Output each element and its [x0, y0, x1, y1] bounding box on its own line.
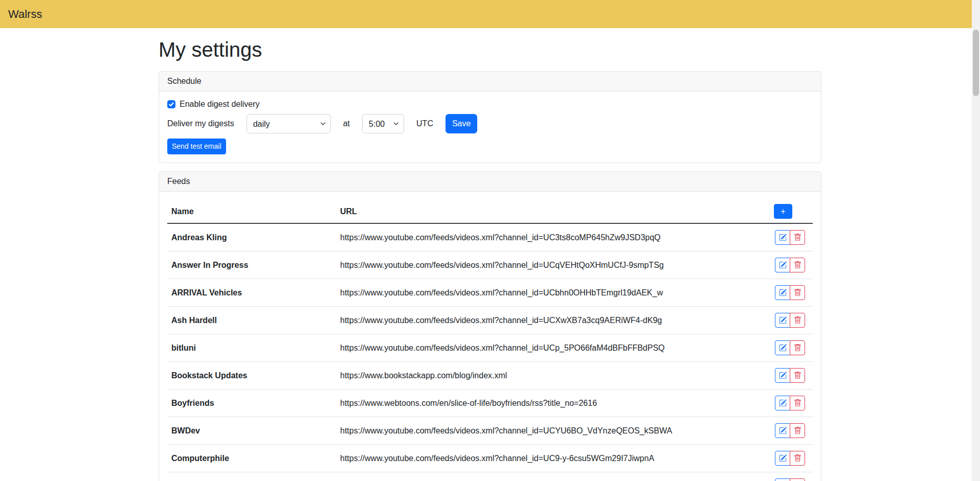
feed-action-group	[775, 313, 805, 328]
table-row: bitluni https://www.youtube.com/feeds/vi…	[167, 334, 813, 362]
delete-feed-button[interactable]	[790, 423, 805, 438]
delete-feed-button[interactable]	[790, 313, 805, 328]
time-select-wrap: 5:00	[362, 114, 404, 133]
edit-feed-button[interactable]	[775, 313, 790, 328]
feed-actions	[751, 307, 813, 334]
edit-feed-button[interactable]	[775, 478, 790, 481]
add-feed-button[interactable]: +	[774, 204, 792, 219]
feed-url: https://www.youtube.com/feeds/videos.xml…	[336, 417, 751, 445]
feeds-card-body: Name URL + Andreas Kling https://www.you…	[159, 192, 821, 481]
feed-actions	[751, 223, 813, 251]
feed-url: https://www.youtube.com/feeds/videos.xml…	[336, 445, 751, 472]
time-select[interactable]: 5:00	[362, 114, 404, 133]
feed-name: Andreas Kling	[167, 223, 336, 251]
pencil-square-icon	[779, 454, 787, 462]
schedule-card-header: Schedule	[159, 72, 821, 91]
delete-feed-button[interactable]	[790, 258, 805, 272]
table-row: Ash Hardell https://www.youtube.com/feed…	[167, 307, 813, 334]
edit-feed-button[interactable]	[775, 396, 790, 410]
feed-action-group	[775, 478, 805, 481]
trash-icon	[794, 427, 801, 434]
table-row: Fireship https://www.youtube.com/feeds/v…	[167, 472, 813, 481]
table-row: Bookstack Updates https://www.bookstacka…	[167, 362, 813, 390]
delete-feed-button[interactable]	[790, 451, 805, 466]
frequency-select[interactable]: daily	[247, 114, 331, 133]
feed-action-group	[775, 230, 805, 245]
check-icon	[168, 101, 174, 107]
edit-feed-button[interactable]	[775, 423, 790, 438]
at-label: at	[343, 119, 350, 128]
table-row: Computerphile https://www.youtube.com/fe…	[167, 445, 813, 472]
table-row: ARRIVAL Vehicles https://www.youtube.com…	[167, 279, 813, 307]
feed-actions	[751, 362, 813, 390]
pencil-square-icon	[779, 289, 787, 296]
edit-feed-button[interactable]	[775, 340, 790, 355]
edit-feed-button[interactable]	[775, 451, 790, 466]
feed-url: https://www.bookstackapp.com/blog/index.…	[336, 362, 751, 390]
send-test-email-button[interactable]: Send test email	[167, 139, 226, 154]
frequency-select-wrap: daily	[247, 114, 331, 133]
vertical-scrollbar-track[interactable]	[972, 0, 980, 481]
feed-actions	[751, 279, 813, 307]
enable-digest-checkbox[interactable]	[167, 100, 175, 108]
feed-name: BWDev	[167, 417, 336, 445]
trash-icon	[794, 316, 801, 324]
feed-actions	[751, 417, 813, 445]
column-header-url: URL	[336, 200, 751, 223]
vertical-scrollbar-thumb[interactable]	[973, 30, 979, 96]
edit-feed-button[interactable]	[775, 285, 790, 300]
feed-url: https://www.webtoons.com/en/slice-of-lif…	[336, 390, 751, 417]
save-button[interactable]: Save	[446, 114, 477, 133]
feed-actions	[751, 251, 813, 279]
feed-url: https://www.youtube.com/feeds/videos.xml…	[336, 334, 751, 362]
feed-name: Bookstack Updates	[167, 362, 336, 390]
feeds-table: Name URL + Andreas Kling https://www.you…	[167, 200, 813, 481]
edit-feed-button[interactable]	[775, 368, 790, 383]
delete-feed-button[interactable]	[790, 285, 805, 300]
feed-action-group	[775, 258, 805, 272]
trash-icon	[794, 372, 801, 379]
feed-action-group	[775, 340, 805, 355]
feed-name: Ash Hardell	[167, 307, 336, 334]
delete-feed-button[interactable]	[790, 368, 805, 383]
pencil-square-icon	[779, 399, 787, 407]
delete-feed-button[interactable]	[790, 230, 805, 245]
pencil-square-icon	[779, 234, 787, 241]
feed-name: Fireship	[167, 472, 336, 481]
feed-name: Boyfriends	[167, 390, 336, 417]
schedule-card-body: Enable digest delivery Deliver my digest…	[159, 91, 821, 163]
trash-icon	[794, 234, 801, 241]
feeds-card: Feeds Name URL +	[159, 171, 821, 481]
page-title: My settings	[159, 37, 821, 62]
feed-action-group	[775, 368, 805, 383]
column-header-actions: +	[751, 200, 813, 223]
pencil-square-icon	[779, 316, 787, 324]
enable-digest-row: Enable digest delivery	[167, 100, 813, 109]
feed-url: https://www.youtube.com/feeds/videos.xml…	[336, 251, 751, 279]
schedule-card: Schedule Enable digest delivery Deliver …	[159, 71, 821, 163]
delete-feed-button[interactable]	[790, 340, 805, 355]
feed-name: ARRIVAL Vehicles	[167, 279, 336, 307]
feed-actions	[751, 472, 813, 481]
feed-actions	[751, 445, 813, 472]
main-container: My settings Schedule Enable digest deliv…	[152, 37, 828, 481]
feed-url: https://www.youtube.com/feeds/videos.xml…	[336, 279, 751, 307]
table-row: BWDev https://www.youtube.com/feeds/vide…	[167, 417, 813, 445]
delete-feed-button[interactable]	[790, 478, 805, 481]
pencil-square-icon	[779, 261, 787, 269]
feeds-card-header: Feeds	[159, 172, 821, 192]
feed-name: bitluni	[167, 334, 336, 362]
trash-icon	[794, 261, 801, 269]
trash-icon	[794, 289, 801, 296]
feed-url: https://www.youtube.com/feeds/videos.xml…	[336, 223, 751, 251]
brand-link[interactable]: Walrss	[8, 8, 42, 21]
feed-action-group	[775, 285, 805, 300]
delete-feed-button[interactable]	[790, 396, 805, 410]
enable-digest-label: Enable digest delivery	[180, 100, 260, 109]
table-row: Andreas Kling https://www.youtube.com/fe…	[167, 223, 813, 251]
feed-name: Answer In Progress	[167, 251, 336, 279]
trash-icon	[794, 454, 801, 462]
feed-action-group	[775, 423, 805, 438]
edit-feed-button[interactable]	[775, 258, 790, 272]
edit-feed-button[interactable]	[775, 230, 790, 245]
